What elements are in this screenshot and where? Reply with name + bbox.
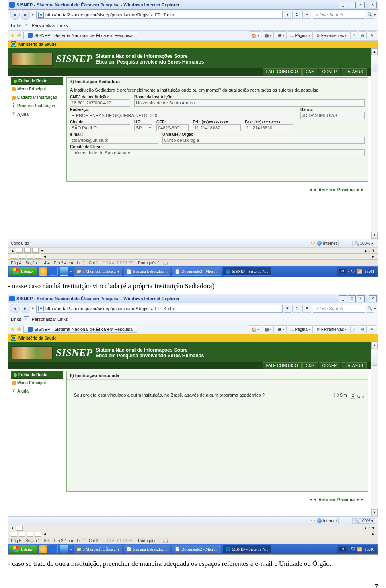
help-button[interactable]: ? [350,31,357,39]
forward-button[interactable]: ► [21,304,30,313]
cidade-input[interactable]: SÃO PAULO [70,124,130,131]
maximize-button[interactable]: □ [348,295,356,302]
add-favorite-icon[interactable]: ✚ [17,326,22,332]
sidebar-ajuda[interactable]: Ajuda [11,387,63,395]
comite-input[interactable]: Universidade de Santo Amaro [70,149,365,156]
view-normal-icon[interactable] [11,254,17,259]
nav-cns[interactable]: CNS [302,362,318,369]
research-button[interactable]: ✎ [368,31,376,39]
search-button[interactable]: 🔍 [366,305,374,313]
endereco-input[interactable]: R PROF ENÉAS DE SIQUEIRA NETO, 340 [70,112,296,119]
quick-launch-2[interactable] [49,267,58,276]
sidebar-procurar[interactable]: Procurar Instituição [11,102,63,110]
address-bar[interactable]: e http://portal2.saude.gov.br/sisnep/pes… [36,305,283,313]
outer-close-button[interactable]: × [369,295,377,302]
view-print-icon[interactable] [27,254,33,259]
favorites-icon[interactable]: ★ [10,326,15,332]
bairro-input[interactable]: JD DAS IMBUIAS [300,112,365,119]
address-dropdown[interactable]: ▾ [284,11,291,19]
fax-input[interactable]: 11 21418810 [245,124,293,131]
nome-input[interactable]: Universidade de Santo Amaro [134,99,365,107]
uf-select[interactable]: SP▾ [134,124,152,131]
vertical-scrollbar[interactable]: ▲▼ [371,342,378,516]
quick-launch-1[interactable] [39,267,47,276]
research-button[interactable]: ✎ [368,325,376,333]
task-sisnep[interactable]: 🌐 SISNEP - Sistema N... [223,545,271,553]
task-semana[interactable]: 📄 Semana Letras.doc ... [124,267,170,276]
task-documento2[interactable]: 📄 Documento2 - Micro... [172,267,221,276]
sidebar-menu-principal[interactable]: Menu Principal [11,85,63,93]
prev-link[interactable]: Anterior [318,497,336,502]
tools-menu[interactable]: ⚙ Ferramentas▾ [314,31,349,39]
home-button[interactable]: 🏠▾ [249,325,261,333]
task-documento2[interactable]: 📄 Documento2 - Micro... [172,545,221,553]
outer-close-button[interactable]: × [369,2,377,8]
task-office[interactable]: 📁 3 Microsoft Office... ▾ [74,267,122,276]
back-button[interactable]: ◄ [10,304,20,313]
next-link[interactable]: Próxima [337,497,355,502]
unidade-input[interactable]: Curso de Biologia [162,137,365,144]
lang-indicator[interactable]: PT [339,269,346,273]
search-box[interactable]: ✔Live Search [313,305,365,313]
sidebar-menu-principal[interactable]: Menu Principal [11,379,63,387]
close-button[interactable]: × [357,2,365,8]
add-favorite-icon[interactable]: ✚ [17,32,22,39]
home-button[interactable]: 🏠▾ [249,31,261,39]
nav-fale[interactable]: FALE CONOSCO [263,68,302,76]
page-menu[interactable]: ▭ Página▾ [288,325,313,333]
vertical-scrollbar[interactable]: ▲ ▼ [371,48,378,239]
tab-active[interactable]: SISNEP - Sistema Nacional de Ética em Pe… [23,32,137,39]
tel-input[interactable]: 11 21418687 [193,124,241,131]
back-button[interactable]: ◄ [10,10,20,20]
cep-input[interactable]: 04829-300 [156,124,189,131]
nav-datasus[interactable]: DATASUS [341,362,367,369]
tools-menu[interactable]: ⚙ Ferramentas▾ [314,325,349,333]
stop-button[interactable]: ✕ [302,11,311,19]
sidebar-ajuda[interactable]: Ajuda [11,110,63,119]
scroll-up-button[interactable]: ▲ [371,48,378,55]
nav-datasus[interactable]: DATASUS [341,68,367,76]
email-input[interactable]: cfsantos@unisa.br [70,137,158,144]
close-button[interactable]: × [357,295,365,302]
nav-cns[interactable]: CNS [302,68,318,76]
view-outline-icon[interactable] [35,254,41,259]
minimize-button[interactable]: _ [339,295,347,302]
nav-conep[interactable]: CONEP [319,362,341,369]
print-button[interactable]: 🖶▾ [275,31,287,39]
task-office[interactable]: 📁 3 Microsoft Office... ▾ [74,545,122,553]
minimize-button[interactable]: _ [339,2,347,8]
view-web-icon[interactable] [19,254,25,259]
stop-button[interactable]: ✕ [302,305,311,313]
personalize-links[interactable]: Personalizar Links [32,23,68,28]
scroll-thumb[interactable] [372,56,377,72]
refresh-button[interactable]: ↻ [292,11,301,19]
feeds-button[interactable]: ▦▾ [263,31,274,39]
address-bar[interactable]: e http://portal2.saude.gov.br/sisnep/pes… [36,11,283,19]
task-sisnep[interactable]: 🌐 SISNEP - Sistema N... [223,267,271,276]
radio-sim[interactable]: Sim [334,393,347,397]
cnpj-input[interactable]: 18.301.267/0004-27 [70,99,130,107]
scroll-down-button[interactable]: ▼ [371,232,378,239]
start-button[interactable]: Iniciar [9,545,37,553]
lang-indicator[interactable]: PT [339,547,346,551]
maximize-button[interactable]: □ [348,2,356,8]
nav-conep[interactable]: CONEP [319,68,341,76]
page-menu[interactable]: ▭ Página▾ [288,31,313,39]
print-button[interactable]: 🖶▾ [275,325,287,333]
forward-button[interactable]: ► [21,10,30,20]
refresh-button[interactable]: ↻ [292,305,301,313]
address-dropdown[interactable]: ▾ [284,305,291,313]
task-semana[interactable]: 📄 Semana Letras.doc ... [124,545,170,553]
tab-active[interactable]: SISNEP - Sistema Nacional de Ética em Pe… [23,326,137,333]
prev-link[interactable]: Anterior [318,187,336,192]
quick-launch-3[interactable] [60,267,68,276]
next-link[interactable]: Próxima [337,187,355,192]
msn-button[interactable]: ❋ [359,31,367,39]
feeds-button[interactable]: ▦▾ [263,325,274,333]
msn-button[interactable]: ❋ [359,325,367,333]
search-box[interactable]: ✔Live Search [313,11,365,19]
zoom-control[interactable]: 🔍 100% ▾ [352,241,375,246]
zoom-control[interactable]: 🔍 100% ▾ [352,518,375,524]
search-button[interactable]: 🔍 [366,11,374,19]
personalize-links[interactable]: Personalizar Links [32,317,68,322]
